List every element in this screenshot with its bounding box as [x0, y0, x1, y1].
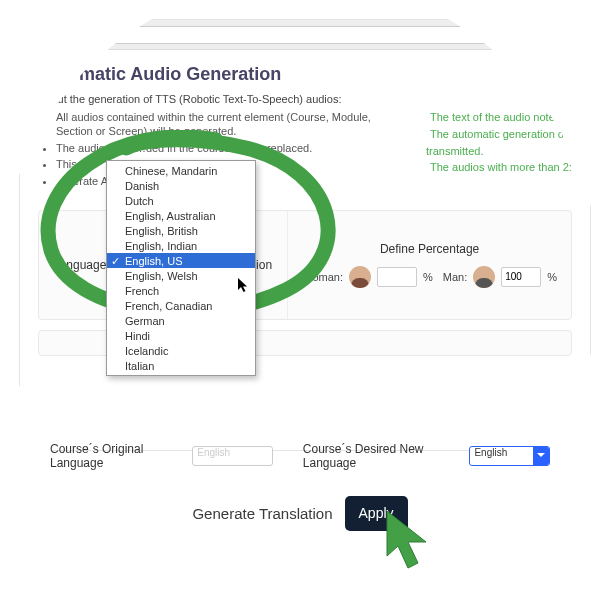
- define-percentage-label: Define Percentage: [302, 242, 557, 256]
- original-language-select[interactable]: English: [192, 446, 273, 466]
- list-item: The automatic generation of: [430, 128, 572, 142]
- desired-language-block: Course´s Desired New Language English: [303, 442, 550, 470]
- woman-percentage-group: Woman: %: [302, 266, 433, 288]
- language-option[interactable]: Icelandic: [107, 343, 255, 358]
- original-language-value: English: [197, 447, 230, 458]
- language-option[interactable]: French, Canadian: [107, 298, 255, 313]
- language-option[interactable]: Chinese, Mandarin: [107, 163, 255, 178]
- language-option[interactable]: English, Australian: [107, 208, 255, 223]
- window-titlebar: [20, 20, 590, 50]
- woman-avatar-icon: [349, 266, 371, 288]
- url-bar[interactable]: [100, 26, 572, 44]
- language-option[interactable]: German: [107, 313, 255, 328]
- browser-window: Automatic Audio Generation About the gen…: [20, 20, 590, 450]
- desired-language-label: Course´s Desired New Language: [303, 442, 460, 470]
- percent-sign: %: [423, 271, 433, 283]
- man-avatar-icon: [473, 266, 495, 288]
- list-item: The audios that …ded in the course will …: [56, 142, 398, 156]
- window-minimize-icon[interactable]: [50, 29, 61, 40]
- list-item: The text of the audio notes w: [430, 111, 572, 125]
- define-percentage-column: Define Percentage Woman: % Man: %: [288, 211, 571, 319]
- list-item: All audios contained within the current …: [56, 111, 398, 139]
- desired-language-value: English: [474, 447, 507, 458]
- language-option[interactable]: Danish: [107, 178, 255, 193]
- man-label: Man:: [443, 271, 467, 283]
- language-option[interactable]: Italian: [107, 358, 255, 373]
- translation-section: Course´s Original Language English Cours…: [0, 442, 600, 531]
- language-option[interactable]: English, US: [107, 253, 255, 268]
- language-dropdown[interactable]: Chinese, MandarinDanishDutchEnglish, Aus…: [106, 160, 256, 376]
- language-option[interactable]: English, British: [107, 223, 255, 238]
- window-close-icon[interactable]: [32, 29, 43, 40]
- apply-button[interactable]: Apply: [345, 496, 408, 531]
- original-language-label: Course´s Original Language: [50, 442, 182, 470]
- woman-label: Woman:: [302, 271, 343, 283]
- search-icon: [551, 30, 561, 40]
- original-language-block: Course´s Original Language English: [50, 442, 273, 470]
- language-option[interactable]: English, Welsh: [107, 268, 255, 283]
- language-option[interactable]: Dutch: [107, 193, 255, 208]
- language-option[interactable]: Hindi: [107, 328, 255, 343]
- generate-translation-label: Generate Translation: [192, 505, 332, 522]
- language-option[interactable]: English, Indian: [107, 238, 255, 253]
- list-item: transmitted.: [426, 145, 572, 159]
- list-item: The audios with more than 2:: [430, 161, 572, 175]
- page-title: Automatic Audio Generation: [38, 64, 572, 85]
- language-option[interactable]: French: [107, 283, 255, 298]
- desired-language-select[interactable]: English: [469, 446, 550, 466]
- window-maximize-icon[interactable]: [68, 29, 79, 40]
- page-subtitle: About the generation of TTS (Robotic Tex…: [38, 93, 572, 105]
- notes-list-right: The text of the audio notes w The automa…: [412, 111, 572, 192]
- woman-percentage-input[interactable]: [377, 267, 417, 287]
- man-percentage-group: Man: %: [443, 266, 557, 288]
- man-percentage-input[interactable]: [501, 267, 541, 287]
- percent-sign: %: [547, 271, 557, 283]
